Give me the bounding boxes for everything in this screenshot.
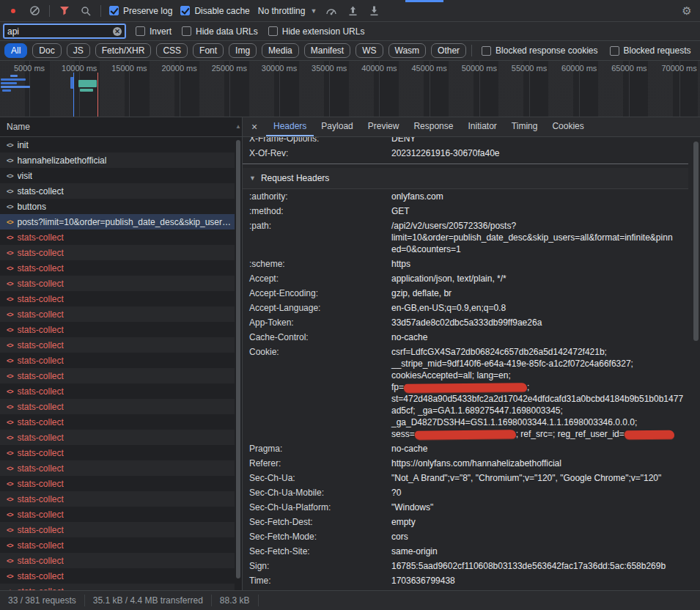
request-row[interactable]: <>stats-collect bbox=[0, 353, 242, 368]
header-value: csrf=LdfcGX4Sa72db06824c657db26a5d142472… bbox=[391, 346, 688, 440]
filter-chip-media[interactable]: Media bbox=[262, 43, 299, 58]
tab-response[interactable]: Response bbox=[406, 117, 460, 136]
overview-tick-label: 5000 ms bbox=[14, 64, 45, 73]
clear-button[interactable] bbox=[28, 4, 41, 18]
blocked-response-cookies-input[interactable] bbox=[482, 46, 491, 56]
filter-chip-all[interactable]: All bbox=[4, 43, 27, 58]
filter-chip-css[interactable]: CSS bbox=[156, 43, 188, 58]
disable-cache-input[interactable] bbox=[180, 6, 190, 15]
request-row[interactable]: <>stats-collect bbox=[0, 491, 242, 507]
scroll-up-icon[interactable]: ▲ bbox=[235, 123, 241, 130]
request-row[interactable]: <>stats-collect bbox=[0, 445, 242, 460]
request-row[interactable]: <>stats-collect bbox=[0, 337, 242, 353]
request-row[interactable]: <>stats-collect bbox=[0, 430, 242, 445]
disable-cache-checkbox[interactable]: Disable cache bbox=[180, 6, 249, 16]
network-conditions-button[interactable] bbox=[325, 4, 338, 18]
request-row[interactable]: <>stats-collect bbox=[0, 229, 242, 245]
hide-data-urls-input[interactable] bbox=[182, 26, 191, 36]
filter-chip-js[interactable]: JS bbox=[67, 43, 90, 58]
tab-preview[interactable]: Preview bbox=[361, 117, 407, 136]
request-row[interactable]: <>stats-collect bbox=[0, 322, 242, 337]
clear-filter-icon[interactable]: ✕ bbox=[113, 27, 122, 36]
filter-chip-ws[interactable]: WS bbox=[355, 43, 383, 58]
overview-tick-label: 65000 ms bbox=[611, 64, 646, 73]
request-row[interactable]: <>stats-collect bbox=[0, 368, 242, 383]
request-row[interactable]: <>stats-collect bbox=[0, 245, 242, 260]
filter-chip-font[interactable]: Font bbox=[193, 43, 224, 58]
checkbox-blocked-requests[interactable]: Blocked requests bbox=[610, 45, 691, 56]
filter-chip-fetch-xhr[interactable]: Fetch/XHR bbox=[95, 43, 152, 58]
request-row[interactable]: <>stats-collect bbox=[0, 553, 242, 568]
header-name: Sec-Ch-Ua: bbox=[249, 472, 391, 484]
request-row[interactable]: <>hannahelizabethofficial bbox=[0, 152, 242, 168]
request-row[interactable]: <>buttons bbox=[0, 199, 242, 214]
settings-button[interactable]: ⚙ bbox=[680, 4, 693, 18]
filter-input-box[interactable]: ✕ bbox=[4, 24, 125, 38]
request-row[interactable]: <>stats-collect bbox=[0, 260, 242, 276]
request-row[interactable]: <>stats-collect bbox=[0, 414, 242, 430]
filter-button[interactable] bbox=[58, 4, 71, 18]
request-row[interactable]: <>stats-collect bbox=[0, 276, 242, 291]
request-row[interactable]: <>stats-collect bbox=[0, 460, 242, 476]
details-scrollbar-thumb[interactable] bbox=[693, 142, 699, 341]
close-details-button[interactable]: × bbox=[243, 117, 266, 136]
hide-extension-urls-checkbox[interactable]: Hide extension URLs bbox=[268, 26, 365, 37]
name-column-header[interactable]: Name bbox=[0, 117, 242, 137]
search-button[interactable] bbox=[79, 4, 92, 18]
tab-cookies[interactable]: Cookies bbox=[545, 117, 591, 136]
hide-data-urls-checkbox[interactable]: Hide data URLs bbox=[182, 26, 258, 37]
checkbox-blocked-response-cookies[interactable]: Blocked response cookies bbox=[482, 45, 597, 56]
requests-scrollbar-thumb[interactable] bbox=[236, 140, 240, 578]
invert-input[interactable] bbox=[136, 26, 145, 36]
filter-chip-manifest[interactable]: Manifest bbox=[304, 43, 350, 58]
tab-timing[interactable]: Timing bbox=[504, 117, 545, 136]
filter-chip-doc[interactable]: Doc bbox=[32, 43, 61, 58]
request-row[interactable]: <>stats-collect bbox=[0, 306, 242, 322]
record-button[interactable] bbox=[7, 4, 20, 18]
overview-tick-label: 50000 ms bbox=[462, 64, 497, 73]
preserve-log-input[interactable] bbox=[109, 6, 119, 15]
header-row: Pragma:no-cache bbox=[243, 441, 688, 456]
request-row[interactable]: <>stats-collect bbox=[0, 399, 242, 414]
filter-chip-other[interactable]: Other bbox=[431, 43, 466, 58]
request-name: stats-collect bbox=[18, 587, 64, 591]
tab-initiator[interactable]: Initiator bbox=[460, 117, 504, 136]
request-row[interactable]: <>stats-collect bbox=[0, 383, 242, 399]
filter-bar: ✕ Invert Hide data URLs Hide extension U… bbox=[0, 22, 700, 41]
tab-headers[interactable]: Headers bbox=[266, 117, 314, 136]
filter-chip-wasm[interactable]: Wasm bbox=[388, 43, 427, 58]
tab-payload[interactable]: Payload bbox=[314, 117, 360, 136]
request-row[interactable]: <>stats-collect bbox=[0, 584, 242, 590]
invert-checkbox[interactable]: Invert bbox=[136, 26, 172, 37]
request-row[interactable]: <>stats-collect bbox=[0, 476, 242, 491]
request-row[interactable]: <>stats-collect bbox=[0, 291, 242, 306]
header-row: App-Token:33d57ade8c02dbc5a333db99ff9ae2… bbox=[243, 315, 688, 330]
xhr-icon: <> bbox=[7, 480, 13, 488]
overview-tick-label: 25000 ms bbox=[212, 64, 247, 73]
import-har-button[interactable] bbox=[346, 4, 359, 18]
requests-scrollbar[interactable]: ▲ bbox=[235, 137, 242, 590]
xhr-icon: <> bbox=[7, 388, 13, 395]
header-row: Cache-Control:no-cache bbox=[243, 330, 688, 345]
request-row[interactable]: <>init bbox=[0, 137, 242, 152]
filter-chip-img[interactable]: Img bbox=[229, 43, 257, 58]
hide-extension-urls-input[interactable] bbox=[268, 26, 278, 36]
request-row[interactable]: <>posts?limit=10&order=publish_date_desc… bbox=[0, 214, 242, 229]
throttling-dropdown[interactable]: No throttling ▼ bbox=[258, 6, 317, 16]
request-row[interactable]: <>stats-collect bbox=[0, 537, 242, 553]
overview-track[interactable]: 5000 ms10000 ms15000 ms20000 ms25000 ms3… bbox=[0, 61, 700, 117]
toolbar-separator bbox=[100, 5, 101, 17]
request-name: stats-collect bbox=[18, 463, 64, 474]
request-headers-section[interactable]: ▼ Request Headers bbox=[243, 168, 688, 189]
export-har-button[interactable] bbox=[367, 4, 380, 18]
preserve-log-checkbox[interactable]: Preserve log bbox=[109, 6, 172, 16]
filter-input[interactable] bbox=[7, 26, 110, 37]
request-row[interactable]: <>stats-collect bbox=[0, 183, 242, 199]
request-row[interactable]: <>stats-collect bbox=[0, 568, 242, 584]
request-row[interactable]: <>visit bbox=[0, 168, 242, 183]
blocked-requests-input[interactable] bbox=[610, 46, 619, 56]
details-scrollbar[interactable] bbox=[692, 137, 700, 590]
request-row[interactable]: <>stats-collect bbox=[0, 522, 242, 537]
header-value: no-cache bbox=[391, 443, 688, 455]
request-row[interactable]: <>stats-collect bbox=[0, 507, 242, 522]
